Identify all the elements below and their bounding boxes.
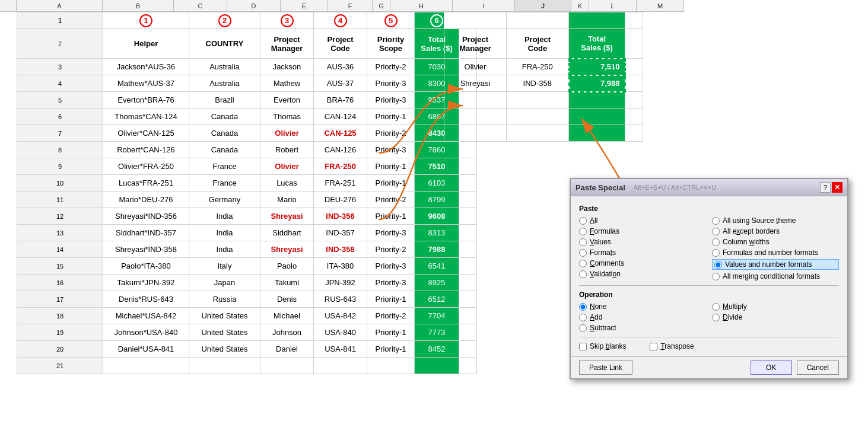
- radio-comments-input[interactable]: [579, 260, 587, 267]
- radio-all-input[interactable]: [579, 217, 587, 225]
- radio-values[interactable]: Values: [579, 238, 706, 246]
- transpose-checkbox[interactable]: [650, 343, 657, 350]
- radio-formulas[interactable]: Formulas: [579, 227, 706, 235]
- skip-blanks-label[interactable]: Skip blanks: [579, 342, 626, 350]
- radio-add-input[interactable]: [579, 314, 587, 321]
- radio-formats-input[interactable]: [579, 249, 587, 257]
- radio-col-widths[interactable]: Column widths: [712, 238, 839, 246]
- right-cell-i1: [507, 12, 569, 29]
- cell-b19: United States: [189, 324, 260, 341]
- table-row: 14 Shreyasi*IND-358 India Shreyasi IND-3…: [17, 241, 477, 258]
- cell-a1: 1: [103, 12, 189, 29]
- header-helper: Helper: [103, 29, 189, 59]
- radio-formulas-num-label: Formulas and number formats: [723, 248, 818, 257]
- radio-none-label: None: [590, 302, 607, 311]
- radio-formats[interactable]: Formats: [579, 248, 706, 257]
- operation-options-left: None Add Subtract: [579, 302, 706, 332]
- right-cell-h3: Olivier: [444, 59, 507, 75]
- row-num-20: 20: [17, 341, 103, 358]
- main-table: 1 1 2 3 4 5 6 2 Helper COUNTRY ProjectMa…: [17, 12, 477, 374]
- cell-e3: Priority-2: [367, 59, 415, 75]
- cell-c6: Thomas: [260, 109, 314, 125]
- right-cell-h1: [444, 12, 507, 29]
- radio-all-merge-input[interactable]: [712, 273, 720, 280]
- radio-none-input[interactable]: [579, 303, 587, 311]
- radio-formulas-input[interactable]: [579, 228, 587, 235]
- radio-all-except[interactable]: All except borders: [712, 227, 839, 235]
- radio-formulas-num[interactable]: Formulas and number formats: [712, 248, 839, 257]
- row-num-14: 14: [17, 241, 103, 258]
- col-header-i: I: [453, 0, 515, 12]
- radio-values-num[interactable]: Values and number formats: [712, 259, 839, 270]
- radio-subtract[interactable]: Subtract: [579, 324, 706, 332]
- radio-all-source[interactable]: All using Source theme: [712, 216, 839, 225]
- skip-blanks-checkbox[interactable]: [579, 343, 587, 350]
- col-header-m: M: [637, 0, 684, 12]
- dialog-footer: Paste Link OK Cancel: [571, 356, 847, 378]
- radio-formulas-num-input[interactable]: [712, 249, 720, 257]
- radio-col-widths-input[interactable]: [712, 238, 720, 246]
- dialog-close-button[interactable]: ✕: [832, 182, 842, 193]
- radio-none[interactable]: None: [579, 302, 706, 311]
- paste-special-dialog: Paste Special Alt+E+S+U / Alt+CTRL+V+U ?…: [570, 178, 848, 379]
- cell-g14: [459, 241, 477, 258]
- col-header-k: K: [571, 0, 589, 12]
- cell-d9: FRA-250: [314, 158, 367, 175]
- operation-options-grid: None Add Subtract Multiply Divide: [579, 302, 839, 332]
- radio-all-source-label: All using Source theme: [723, 216, 796, 225]
- cell-b9: France: [189, 158, 260, 175]
- table-row: 19 Johnson*USA-840 United States Johnson…: [17, 324, 477, 341]
- radio-all-source-input[interactable]: [712, 217, 720, 225]
- cell-b13: India: [189, 225, 260, 241]
- cell-g16: [459, 275, 477, 291]
- cell-b7: Canada: [189, 125, 260, 142]
- cell-e7: Priority-2: [367, 125, 415, 142]
- ok-button[interactable]: OK: [751, 361, 792, 375]
- table-row: 4 Mathew*AUS-37 Australia Mathew AUS-37 …: [17, 75, 477, 92]
- right-cell-k3: [625, 59, 643, 75]
- cell-c10: Lucas: [260, 175, 314, 192]
- table-row: 20 Daniel*USA-841 United States Daniel U…: [17, 341, 477, 358]
- cell-g13: [459, 225, 477, 241]
- right-cell-j1: [569, 12, 625, 29]
- transpose-label[interactable]: Transpose: [650, 342, 694, 350]
- cell-c5: Everton: [260, 92, 314, 109]
- radio-all-except-label: All except borders: [723, 227, 780, 235]
- radio-all-except-input[interactable]: [712, 228, 720, 235]
- dialog-divider-1: [579, 285, 839, 286]
- radio-all-merge[interactable]: All merging conditional formats: [712, 272, 839, 280]
- right-data-row-1: Olivier FRA-250 7,510: [444, 59, 643, 75]
- cell-g20: [459, 341, 477, 358]
- cell-f12: 9608: [415, 208, 459, 225]
- radio-divide[interactable]: Divide: [712, 313, 839, 321]
- radio-subtract-input[interactable]: [579, 324, 587, 332]
- circle-3: 3: [281, 14, 294, 27]
- right-header-k: [625, 29, 643, 59]
- cell-b18: United States: [189, 308, 260, 324]
- row-num-8: 8: [17, 142, 103, 158]
- radio-multiply[interactable]: Multiply: [712, 302, 839, 311]
- radio-validation-input[interactable]: [579, 270, 587, 278]
- row-num-9: 9: [17, 158, 103, 175]
- operation-section-label: Operation: [579, 291, 839, 299]
- cell-d6: CAN-124: [314, 109, 367, 125]
- cell-a7: Olivier*CAN-125: [103, 125, 189, 142]
- radio-values-input[interactable]: [579, 238, 587, 246]
- cell-c1: 3: [260, 12, 314, 29]
- cell-c16: Takumi: [260, 275, 314, 291]
- radio-validation[interactable]: Validation: [579, 270, 706, 278]
- radio-comments[interactable]: Comments: [579, 259, 706, 267]
- paste-link-button[interactable]: Paste Link: [579, 361, 632, 375]
- radio-values-num-input[interactable]: [714, 261, 722, 269]
- radio-multiply-input[interactable]: [712, 303, 720, 311]
- dialog-help-button[interactable]: ?: [820, 182, 831, 193]
- radio-all[interactable]: All: [579, 216, 706, 225]
- cell-e1: 5: [367, 12, 415, 29]
- radio-add[interactable]: Add: [579, 313, 706, 321]
- cancel-button[interactable]: Cancel: [797, 361, 839, 375]
- radio-all-merge-label: All merging conditional formats: [723, 272, 820, 280]
- right-cell-i7: [507, 125, 569, 142]
- cell-b1: 2: [189, 12, 260, 29]
- radio-divide-input[interactable]: [712, 314, 720, 321]
- radio-divide-label: Divide: [723, 313, 742, 321]
